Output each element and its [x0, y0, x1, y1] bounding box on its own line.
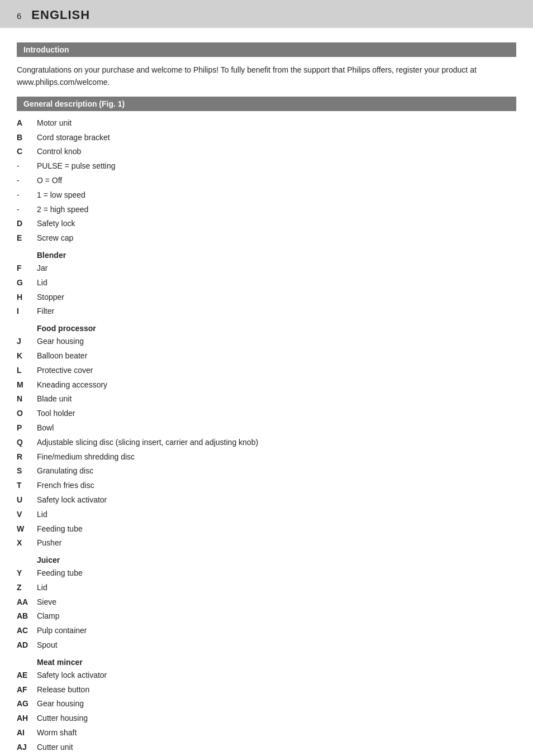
- item-key: N: [17, 393, 37, 406]
- list-item: MKneading accessory: [17, 379, 516, 392]
- list-item: AFRelease button: [17, 683, 516, 697]
- item-key: H: [17, 291, 37, 304]
- blender-list: FJarGLidHStopperIFilter: [17, 262, 516, 318]
- item-key: A: [17, 117, 37, 130]
- item-key: D: [17, 217, 37, 231]
- item-value: Cord storage bracket: [37, 131, 110, 145]
- item-value: Spout: [37, 639, 58, 652]
- item-key: E: [17, 232, 37, 245]
- item-value: Fine/medium shredding disc: [37, 451, 135, 464]
- item-dash: -: [17, 203, 37, 217]
- list-item: HStopper: [17, 291, 516, 304]
- list-item: AIWorm shaft: [17, 726, 516, 740]
- item-key: S: [17, 465, 37, 478]
- item-dash: -: [17, 189, 37, 202]
- item-key: X: [17, 537, 37, 550]
- item-key: U: [17, 494, 37, 507]
- item-value: Cutter housing: [37, 712, 88, 725]
- item-key: V: [17, 508, 37, 521]
- item-value: Safety lock activator: [37, 669, 107, 682]
- list-item: BCord storage bracket: [17, 131, 516, 145]
- item-value: 2 = high speed: [37, 203, 88, 217]
- list-item: RFine/medium shredding disc: [17, 451, 516, 464]
- item-key: W: [17, 523, 37, 536]
- list-item: CControl knob: [17, 145, 516, 159]
- item-key: AF: [17, 683, 37, 697]
- food-processor-list: JGear housingKBalloon beaterLProtective …: [17, 335, 516, 550]
- general-description-container: AMotor unitBCord storage bracketCControl…: [17, 117, 516, 245]
- item-value: Kneading accessory: [37, 379, 107, 392]
- food-processor-header: Food processor: [37, 324, 516, 333]
- list-item: TFrench fries disc: [17, 479, 516, 492]
- blender-list-container: FJarGLidHStopperIFilter: [17, 262, 516, 318]
- list-item: ABClamp: [17, 610, 516, 623]
- item-key: P: [17, 422, 37, 435]
- item-key: AI: [17, 726, 37, 740]
- list-item: -2 = high speed: [17, 203, 516, 217]
- header-bar: 6 ENGLISH: [0, 0, 533, 28]
- list-item: FJar: [17, 262, 516, 275]
- item-key: K: [17, 350, 37, 363]
- item-value: Feeding tube: [37, 567, 83, 580]
- content-area: Introduction Congratulations on your pur…: [0, 28, 533, 756]
- list-item: GLid: [17, 276, 516, 290]
- list-item: -1 = low speed: [17, 189, 516, 202]
- item-value: Gear housing: [37, 697, 84, 711]
- list-item: QAdjustable slicing disc (slicing insert…: [17, 436, 516, 449]
- list-item: JGear housing: [17, 335, 516, 348]
- list-item: ACPulp container: [17, 624, 516, 638]
- item-key: G: [17, 276, 37, 290]
- list-item: SGranulating disc: [17, 465, 516, 478]
- list-item: EScrew cap: [17, 232, 516, 245]
- item-value: Tool holder: [37, 407, 75, 420]
- item-key: AA: [17, 596, 37, 609]
- item-value: O = Off: [37, 174, 62, 188]
- list-item: AHCutter housing: [17, 712, 516, 725]
- item-key: AC: [17, 624, 37, 638]
- list-item: DSafety lock: [17, 217, 516, 231]
- list-item: AESafety lock activator: [17, 669, 516, 682]
- item-value: Adjustable slicing disc (slicing insert,…: [37, 436, 258, 449]
- item-value: Lid: [37, 508, 47, 521]
- meat-mincer-header: Meat mincer: [37, 658, 516, 667]
- juicer-header: Juicer: [37, 556, 516, 564]
- item-dash: -: [17, 160, 37, 173]
- item-value: Cutter unit: [37, 741, 73, 754]
- item-key: Z: [17, 581, 37, 595]
- list-item: AJCutter unit: [17, 741, 516, 754]
- item-value: Stopper: [37, 291, 64, 304]
- item-value: Gear housing: [37, 335, 84, 348]
- item-value: Granulating disc: [37, 465, 93, 478]
- item-value: PULSE = pulse setting: [37, 160, 115, 173]
- introduction-text: Congratulations on your purchase and wel…: [17, 64, 516, 89]
- item-value: Screw cap: [37, 232, 73, 245]
- item-value: Filter: [37, 305, 54, 318]
- item-key: AG: [17, 697, 37, 711]
- item-key: B: [17, 131, 37, 145]
- list-item: WFeeding tube: [17, 523, 516, 536]
- item-key: T: [17, 479, 37, 492]
- item-value: Feeding tube: [37, 523, 83, 536]
- item-key: J: [17, 335, 37, 348]
- item-value: Release button: [37, 683, 89, 697]
- list-item: XPusher: [17, 537, 516, 550]
- item-key: I: [17, 305, 37, 318]
- item-value: Pulp container: [37, 624, 87, 638]
- item-key: R: [17, 451, 37, 464]
- item-value: Lid: [37, 276, 47, 290]
- meat-mincer-list-container: AESafety lock activatorAFRelease buttonA…: [17, 669, 516, 756]
- juicer-list: YFeeding tubeZLidAASieveABClampACPulp co…: [17, 567, 516, 652]
- list-item: -O = Off: [17, 174, 516, 188]
- page: 6 ENGLISH Introduction Congratulations o…: [0, 0, 533, 756]
- list-item: ZLid: [17, 581, 516, 595]
- item-value: Lid: [37, 581, 47, 595]
- list-item: NBlade unit: [17, 393, 516, 406]
- list-item: OTool holder: [17, 407, 516, 420]
- item-key: AJ: [17, 741, 37, 754]
- item-key: L: [17, 364, 37, 377]
- list-item: VLid: [17, 508, 516, 521]
- item-value: Safety lock: [37, 217, 75, 231]
- item-dash: -: [17, 174, 37, 188]
- introduction-header: Introduction: [17, 42, 516, 57]
- list-item: USafety lock activator: [17, 494, 516, 507]
